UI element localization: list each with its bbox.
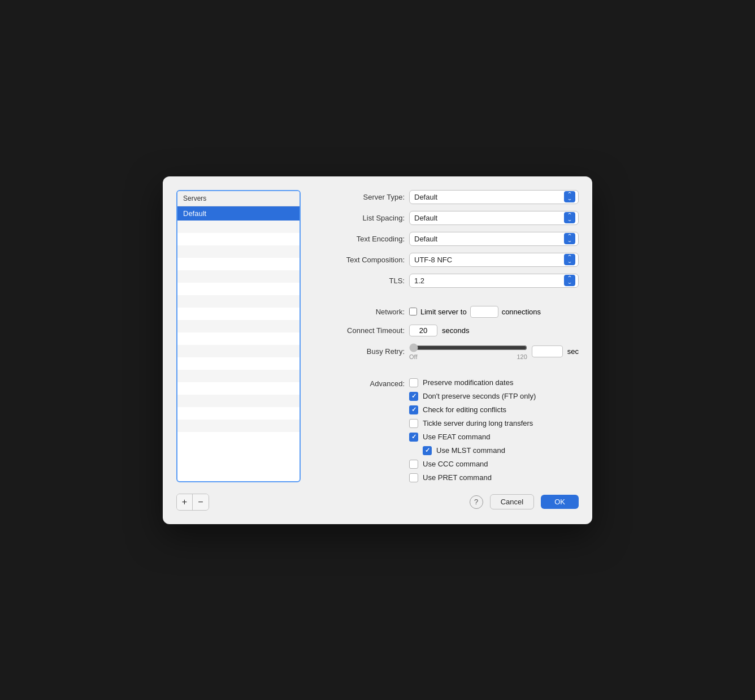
preserve-mod-dates-label: Preserve modification dates (423, 378, 513, 387)
network-row: Network: Limit server to connections (314, 306, 579, 318)
settings-panel: Server Type: Default FTP SFTP WebDAV Lis… (314, 190, 579, 482)
connect-timeout-label: Connect Timeout: (314, 326, 405, 335)
sidebar-item-4[interactable] (177, 258, 300, 270)
busy-retry-label: Busy Retry: (314, 347, 405, 356)
remove-server-button[interactable]: − (193, 494, 209, 510)
list-spacing-select[interactable]: Default Compact Medium Relaxed (409, 211, 579, 225)
use-ccc-checkbox[interactable] (409, 460, 418, 469)
sidebar-item-12[interactable] (177, 357, 300, 370)
text-composition-wrapper: UTF-8 NFC UTF-8 NFD UTF-16 (409, 253, 579, 267)
preserve-mod-dates-checkbox[interactable] (409, 378, 418, 387)
sidebar-item-default[interactable]: Default (177, 206, 300, 221)
busy-retry-slider[interactable] (409, 343, 527, 352)
dialog-body: Servers Default Server Type: (176, 190, 579, 482)
sidebar-item-15[interactable] (177, 395, 300, 407)
sidebar-item-3[interactable] (177, 245, 300, 258)
tls-row: TLS: 1.0 1.1 1.2 1.3 (314, 274, 579, 288)
sidebar-item-9[interactable] (177, 320, 300, 332)
ok-button[interactable]: OK (541, 495, 579, 509)
help-button[interactable]: ? (470, 495, 483, 509)
servers-sidebar: Servers Default (176, 190, 301, 482)
dont-preserve-seconds-label: Don't preserve seconds (FTP only) (423, 392, 536, 400)
sidebar-item-14[interactable] (177, 382, 300, 395)
settings-dialog: Servers Default Server Type: (163, 176, 592, 524)
busy-retry-row: Busy Retry: Off 120 sec (314, 343, 579, 360)
use-feat-row: Use FEAT command (409, 433, 536, 442)
check-editing-conflicts-checkbox[interactable] (409, 405, 418, 414)
list-spacing-row: List Spacing: Default Compact Medium Rel… (314, 211, 579, 225)
dont-preserve-seconds-row: Don't preserve seconds (FTP only) (409, 392, 536, 401)
sidebar-item-11[interactable] (177, 345, 300, 357)
text-encoding-row: Text Encoding: Default UTF-8 ISO-8859-1 … (314, 232, 579, 246)
sidebar-item-1[interactable] (177, 221, 300, 233)
advanced-section: Advanced: Preserve modification dates Do… (314, 378, 579, 482)
network-label: Network: (314, 308, 405, 316)
sidebar-item-13[interactable] (177, 370, 300, 382)
cancel-button[interactable]: Cancel (490, 494, 534, 509)
text-composition-label: Text Composition: (314, 256, 405, 264)
slider-labels: Off 120 (409, 353, 527, 360)
use-feat-checkbox[interactable] (409, 433, 418, 442)
tickle-server-checkbox[interactable] (409, 419, 418, 428)
tls-select[interactable]: 1.0 1.1 1.2 1.3 (409, 274, 579, 288)
timeout-controls: seconds (409, 325, 469, 336)
seconds-label: seconds (442, 326, 469, 335)
divider-2 (314, 367, 579, 371)
limit-server-text: Limit server to (420, 308, 467, 316)
use-feat-label: Use FEAT command (423, 433, 490, 441)
slider-controls: Off 120 sec (409, 343, 579, 360)
sidebar-item-16[interactable] (177, 407, 300, 420)
tls-wrapper: 1.0 1.1 1.2 1.3 (409, 274, 579, 288)
tickle-server-row: Tickle server during long transfers (409, 419, 536, 428)
sidebar-item-2[interactable] (177, 233, 300, 245)
divider-1 (314, 295, 579, 299)
tls-label: TLS: (314, 276, 405, 285)
limit-server-checkbox[interactable] (409, 308, 417, 316)
text-composition-select[interactable]: UTF-8 NFC UTF-8 NFD UTF-16 (409, 253, 579, 267)
sidebar-item-5[interactable] (177, 270, 300, 283)
sidebar-item-8[interactable] (177, 308, 300, 320)
dont-preserve-seconds-checkbox[interactable] (409, 392, 418, 401)
server-type-select[interactable]: Default FTP SFTP WebDAV (409, 190, 579, 204)
busy-retry-input[interactable] (532, 345, 563, 357)
advanced-label: Advanced: (314, 378, 405, 388)
sidebar-item-10[interactable] (177, 332, 300, 345)
connect-timeout-input[interactable] (409, 325, 437, 336)
connections-count-input[interactable] (470, 306, 498, 318)
check-editing-conflicts-row: Check for editing conflicts (409, 405, 536, 414)
slider-wrapper: Off 120 (409, 343, 527, 360)
add-remove-buttons: + − (176, 494, 209, 511)
advanced-checkboxes: Preserve modification dates Don't preser… (409, 378, 536, 482)
use-mlst-checkbox[interactable] (423, 446, 432, 455)
tickle-server-label: Tickle server during long transfers (423, 419, 533, 427)
list-spacing-label: List Spacing: (314, 214, 405, 222)
preserve-mod-dates-row: Preserve modification dates (409, 378, 536, 387)
text-composition-row: Text Composition: UTF-8 NFC UTF-8 NFD UT… (314, 253, 579, 267)
sidebar-item-7[interactable] (177, 295, 300, 308)
use-ccc-row: Use CCC command (409, 460, 536, 469)
connect-timeout-row: Connect Timeout: seconds (314, 325, 579, 336)
connections-text: connections (502, 308, 541, 316)
list-spacing-wrapper: Default Compact Medium Relaxed (409, 211, 579, 225)
use-mlst-label: Use MLST command (436, 446, 505, 455)
use-pret-label: Use PRET command (423, 473, 492, 482)
sidebar-item-17[interactable] (177, 420, 300, 432)
server-type-row: Server Type: Default FTP SFTP WebDAV (314, 190, 579, 204)
server-type-wrapper: Default FTP SFTP WebDAV (409, 190, 579, 204)
use-pret-row: Use PRET command (409, 473, 536, 482)
text-encoding-select[interactable]: Default UTF-8 ISO-8859-1 Windows-1252 (409, 232, 579, 246)
text-encoding-wrapper: Default UTF-8 ISO-8859-1 Windows-1252 (409, 232, 579, 246)
use-pret-checkbox[interactable] (409, 473, 418, 482)
slider-off-label: Off (409, 353, 417, 360)
add-server-button[interactable]: + (177, 494, 193, 510)
use-ccc-label: Use CCC command (423, 460, 488, 468)
dialog-actions: ? Cancel OK (470, 494, 579, 509)
check-editing-conflicts-label: Check for editing conflicts (423, 405, 506, 414)
sidebar-header: Servers (177, 191, 300, 206)
bottom-toolbar: + − ? Cancel OK (176, 494, 579, 511)
sidebar-item-6[interactable] (177, 283, 300, 295)
network-options: Limit server to connections (409, 306, 541, 318)
sec-label: sec (567, 347, 579, 356)
text-encoding-label: Text Encoding: (314, 235, 405, 243)
slider-max-label: 120 (517, 353, 527, 360)
